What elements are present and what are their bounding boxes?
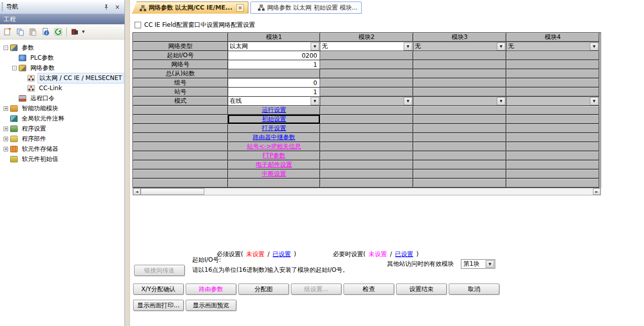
dropdown-cell[interactable]: 无▼	[413, 42, 506, 51]
expand-icon[interactable]: +	[4, 106, 8, 111]
scrollbar-track[interactable]	[204, 188, 593, 195]
dropdown-arrow-icon[interactable]: ▼	[311, 43, 319, 51]
settings-link-cell[interactable]: 电子邮件设置	[228, 160, 320, 170]
tree-item[interactable]: +程序部件	[0, 134, 124, 144]
print-button[interactable]: 显示画面预览	[186, 300, 236, 311]
tree-item[interactable]: 远程口令	[0, 93, 124, 103]
tree-item[interactable]: 软元件初始值	[0, 154, 124, 164]
value-cell[interactable]: 0	[228, 78, 320, 88]
dropdown-arrow-icon[interactable]: ▼	[404, 43, 412, 51]
dropdown-arrow-icon[interactable]: ▼	[486, 260, 494, 268]
expand-icon[interactable]: +	[4, 127, 8, 131]
empty-cell	[506, 170, 599, 179]
dropdown-arrow-icon[interactable]: ▼	[497, 43, 505, 51]
dropdown-cell[interactable]: ▼	[506, 97, 599, 106]
settings-link-cell[interactable]: 路由器中继参数	[228, 133, 320, 142]
collapse-icon[interactable]: -	[12, 66, 17, 70]
copy-icon[interactable]	[15, 26, 26, 37]
close-icon[interactable]: ×	[113, 3, 121, 11]
action-button[interactable]: 检查	[344, 283, 394, 295]
empty-cell	[506, 51, 599, 60]
tree-item[interactable]: +软元件存储器	[0, 144, 124, 154]
new-item-icon[interactable]	[2, 26, 13, 37]
ccief-config-checkbox[interactable]	[135, 22, 141, 28]
empty-cell	[413, 160, 506, 170]
settings-link-cell[interactable]: 打开设置	[228, 124, 320, 133]
tree-item-label: 软元件存储器	[20, 144, 60, 154]
expand-icon[interactable]: +	[4, 137, 8, 141]
expand-icon[interactable]: +	[4, 147, 8, 151]
empty-cell	[413, 124, 506, 133]
dropdown-arrow-icon[interactable]: ▼	[590, 97, 598, 105]
value-cell[interactable]: 1	[228, 60, 320, 69]
scroll-left-icon[interactable]: ◄	[133, 188, 141, 195]
start-io-label: 起始I/O号:	[192, 256, 221, 264]
action-button[interactable]: 路由参数	[186, 283, 236, 295]
refresh-icon[interactable]	[53, 26, 64, 37]
dropdown-arrow-icon[interactable]: ▼	[311, 97, 319, 105]
dropdown-cell[interactable]: 无▼	[506, 42, 599, 51]
tab-label: 网络参数 以太网/CC IE/ME...	[149, 4, 232, 12]
dropdown-cell[interactable]: 以太网▼	[228, 42, 320, 51]
tree-item[interactable]: -参数	[0, 43, 124, 53]
dropdown-cell[interactable]: ▼	[320, 97, 413, 106]
action-button[interactable]: X/Y分配确认	[133, 283, 184, 295]
row-label	[133, 160, 228, 170]
settings-link[interactable]: FTP参数	[263, 151, 285, 160]
dropdown-cell[interactable]: 无▼	[320, 42, 413, 51]
dropdown-arrow-icon[interactable]: ▼	[590, 43, 598, 51]
tree-item[interactable]: CC-Link	[0, 83, 124, 93]
dropdown-arrow-icon[interactable]: ▼	[497, 97, 505, 105]
settings-link-cell[interactable]: FTP参数	[228, 151, 320, 160]
settings-link-cell[interactable]: 运行设置	[228, 106, 320, 115]
print-button[interactable]: 显示画面打印...	[133, 300, 184, 311]
empty-cell	[320, 160, 413, 170]
dropdown-cell[interactable]: ▼	[413, 97, 506, 106]
tab-ethernet-initial-settings[interactable]: 网络参数 以太网 初始设置 模块...	[250, 2, 362, 14]
action-button[interactable]: 设置结束	[396, 283, 447, 295]
link-transfer-button[interactable]: 链接间传送	[134, 265, 185, 276]
action-button[interactable]: 取消	[449, 283, 499, 295]
panel-grip[interactable]	[2, 3, 3, 11]
settings-link[interactable]: 电子邮件设置	[256, 160, 292, 169]
dropdown-arrow-icon[interactable]: ▼	[404, 97, 412, 105]
settings-link[interactable]: 路由器中继参数	[253, 133, 295, 142]
tree-item[interactable]: 以太网 / CC IE / MELSECNET	[0, 73, 124, 83]
dropdown-cell[interactable]: 在线▼	[228, 97, 320, 106]
tab-network-param-ethernet[interactable]: 网络参数 以太网/CC IE/ME... ×	[132, 2, 248, 14]
settings-link-cell[interactable]: 中断设置	[228, 170, 320, 179]
panel-splitter[interactable]	[125, 0, 130, 326]
module-change-icon[interactable]	[69, 26, 80, 37]
tab-close-icon[interactable]: ×	[236, 4, 244, 12]
chevron-down-icon[interactable]: ▼	[82, 30, 84, 34]
paste-icon[interactable]	[27, 26, 38, 37]
empty-cell	[320, 106, 413, 115]
tree-item[interactable]: +智能功能模块	[0, 103, 124, 113]
tree-item[interactable]: PLC参数	[0, 53, 124, 63]
tree-item[interactable]: +程序设置	[0, 124, 124, 134]
network-tab-icon	[258, 5, 265, 11]
settings-link-cell[interactable]: 站号<->IP相关信息	[228, 142, 320, 151]
tree-item[interactable]: -网络参数	[0, 63, 124, 73]
table-row: 路由器中继参数	[133, 133, 600, 142]
settings-link[interactable]: 中断设置	[262, 170, 286, 178]
settings-link[interactable]: 打开设置	[262, 124, 286, 133]
pin-icon[interactable]	[102, 3, 110, 11]
settings-link[interactable]: 运行设置	[262, 106, 286, 114]
scroll-right-icon[interactable]: ►	[593, 188, 600, 195]
collapse-icon[interactable]: -	[4, 46, 8, 50]
action-button[interactable]: 组设置...	[291, 283, 341, 295]
valid-module-select[interactable]: 第1块 ▼	[461, 259, 495, 269]
tree-item[interactable]: 全局软元件注释	[0, 113, 124, 124]
scrollbar-thumb[interactable]	[141, 188, 204, 195]
property-icon[interactable]	[40, 26, 51, 37]
settings-link[interactable]: 站号<->IP相关信息	[247, 142, 301, 151]
empty-cell	[413, 60, 506, 69]
table-hscrollbar[interactable]: ◄ ►	[133, 188, 601, 195]
tree-item-label: CC-Link	[37, 84, 64, 92]
value-cell[interactable]: 1	[228, 88, 320, 97]
settings-link[interactable]: 初始设置	[262, 115, 286, 124]
settings-link-cell[interactable]: 初始设置	[228, 115, 320, 124]
value-cell[interactable]: 0200	[228, 51, 320, 60]
action-button[interactable]: 分配图	[238, 283, 289, 295]
